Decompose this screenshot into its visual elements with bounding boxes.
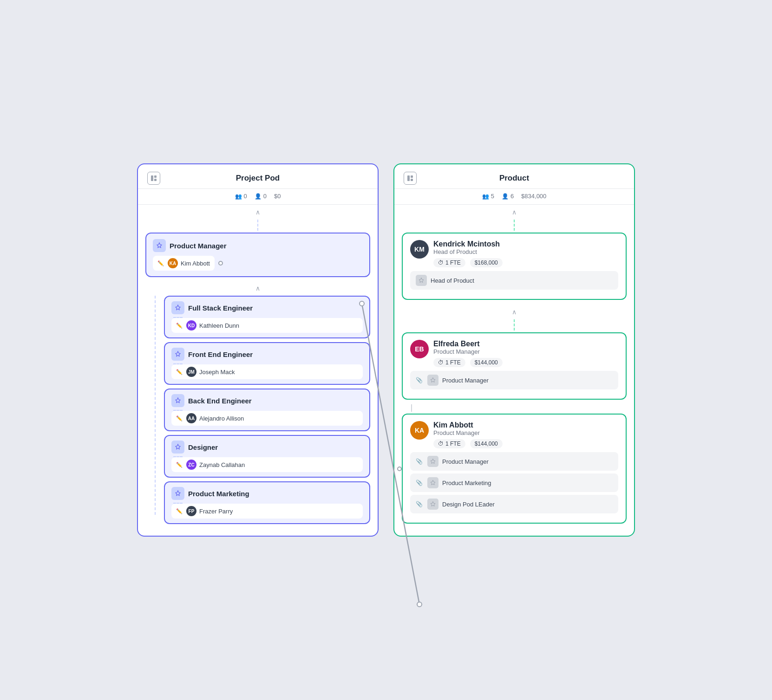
right-stat-people: 👥 5 — [482, 193, 494, 200]
sub-role-card-1[interactable]: Front End Engineer ✏️ JM Joseph Mack — [164, 342, 370, 385]
right-panel-icon[interactable] — [404, 172, 417, 185]
sub-role-title-0: Full Stack Engineer — [188, 304, 253, 312]
right-stat-budget: $834,000 — [521, 193, 546, 200]
sub-role-card-2[interactable]: Back End Engineer ✏️ AA Alejandro Alliso… — [164, 389, 370, 431]
fte-badge-2: ⏱ 1 FTE — [433, 439, 465, 448]
sub-role-person-badge-1[interactable]: ✏️ JM Joseph Mack — [171, 364, 363, 379]
pencil-icon: ✏️ — [157, 260, 164, 266]
left-panel-body: ∧ Product Manager ✏️ — [138, 205, 378, 535]
right-panel: Product 👥 5 👤 6 $834,000 ∧ — [393, 163, 635, 537]
sub-role-card-4[interactable]: Product Marketing ✏️ FP Frazer Parry — [164, 481, 370, 524]
sub-role-person-badge-0[interactable]: ✏️ KD Kathleen Dunn — [171, 318, 363, 333]
people-icon: 👥 — [235, 193, 242, 200]
sub-role-avatar-2: AA — [186, 413, 196, 423]
sub-role-person-3: Zaynab Callahan — [199, 461, 245, 468]
sub-role-title-1: Front End Engineer — [188, 350, 253, 358]
person-name-2: Kim Abbott — [433, 421, 618, 429]
left-panel: Project Pod 👥 0 👤 0 $0 ∧ — [137, 163, 379, 537]
top-role-avatar: KA — [168, 258, 178, 268]
sub-role-title-4: Product Marketing — [188, 490, 249, 498]
person-name-1: Elfreda Beert — [433, 340, 618, 348]
right-collapse-arrow-icon: ∧ — [512, 208, 517, 216]
role-tag-text-1-0: Product Manager — [442, 377, 489, 384]
person-info-1: Elfreda Beert Product Manager ⏱ 1 FTE $1… — [433, 340, 618, 367]
right-roles-icon: 👤 — [502, 193, 509, 200]
role-tag-2-2[interactable]: 📎 Design Pod LEader — [410, 495, 618, 513]
sub-role-person-badge-3[interactable]: ✏️ ZC Zaynab Callahan — [171, 457, 363, 472]
role-tag-icon-1-0 — [427, 375, 438, 386]
svg-rect-5 — [154, 179, 157, 181]
role-tag-0-0[interactable]: Head of Product — [410, 271, 618, 290]
right-panel-title: Product — [417, 174, 612, 183]
sub-role-person-badge-2[interactable]: ✏️ AA Alejandro Allison — [171, 411, 363, 426]
sub-role-card-0[interactable]: Full Stack Engineer ✏️ KD Kathleen Dunn — [164, 296, 370, 338]
top-role-person-name: Kim Abbott — [181, 260, 210, 267]
role-tag-icon-2-2 — [427, 499, 438, 510]
person-info-2: Kim Abbott Product Manager ⏱ 1 FTE $144,… — [433, 421, 618, 448]
sub-role-header-0: Full Stack Engineer — [171, 301, 363, 314]
top-role-card[interactable]: Product Manager ✏️ KA Kim Abbott — [145, 233, 370, 277]
svg-point-2 — [417, 602, 422, 607]
left-collapse-button[interactable]: ∧ — [145, 205, 370, 220]
sub-role-header-2: Back End Engineer — [171, 394, 363, 407]
sub-role-person-2: Alejandro Allison — [199, 415, 244, 422]
sub-role-item-1: Front End Engineer ✏️ JM Joseph Mack — [164, 342, 370, 385]
left-stat-roles: 👤 0 — [255, 193, 267, 200]
role-tag-text-2-0: Product Manager — [442, 458, 489, 465]
person-card-1[interactable]: EB Elfreda Beert Product Manager ⏱ 1 FTE… — [402, 332, 627, 400]
top-role-person-badge[interactable]: ✏️ KA Kim Abbott — [153, 256, 215, 271]
sub-role-h-line-3 — [173, 456, 183, 457]
person-role-sub-2: Product Manager — [433, 429, 618, 436]
svg-rect-3 — [151, 175, 153, 181]
sub-role-header-4: Product Marketing — [171, 487, 363, 500]
clock-icon-2: ⏱ — [438, 441, 444, 447]
person-card-2[interactable]: KA Kim Abbott Product Manager ⏱ 1 FTE $1… — [402, 414, 627, 524]
pencil-icon-3: ✏️ — [176, 462, 183, 468]
right-vertical-connector-mid — [514, 319, 515, 331]
role-tag-2-0[interactable]: 📎 Product Manager — [410, 452, 618, 471]
sub-role-avatar-4: FP — [186, 506, 196, 516]
sub-role-item-0: Full Stack Engineer ✏️ KD Kathleen Dunn — [164, 296, 370, 338]
right-vertical-connector-bottom — [411, 404, 412, 412]
sub-role-item-3: Designer ✏️ ZC Zaynab Callahan — [164, 435, 370, 478]
svg-rect-7 — [411, 175, 413, 178]
clip-icon-2-2: 📎 — [416, 501, 423, 507]
pencil-icon-2: ✏️ — [176, 415, 183, 421]
role-card-icon — [153, 239, 166, 252]
left-panel-icon[interactable] — [147, 172, 160, 185]
person-role-sub-1: Product Manager — [433, 348, 618, 355]
connect-dot — [218, 261, 223, 266]
right-collapse-button[interactable]: ∧ — [402, 205, 627, 220]
pencil-icon-4: ✏️ — [176, 508, 183, 514]
sub-roles-vertical-line — [155, 296, 156, 515]
person-card-header-0: KM Kendrick Mcintosh Head of Product ⏱ 1… — [410, 240, 618, 267]
sub-role-h-line-2 — [173, 410, 183, 411]
person-card-header-1: EB Elfreda Beert Product Manager ⏱ 1 FTE… — [410, 340, 618, 367]
salary-badge-0: $168,000 — [470, 258, 503, 267]
person-card-0[interactable]: KM Kendrick Mcintosh Head of Product ⏱ 1… — [402, 233, 627, 300]
right-sub-collapse-button[interactable]: ∧ — [402, 305, 627, 319]
sub-role-icon-0 — [171, 301, 184, 314]
sub-role-person-badge-4[interactable]: ✏️ FP Frazer Parry — [171, 504, 363, 519]
sub-collapse-button[interactable]: ∧ — [145, 281, 370, 296]
right-panel-body: ∧ KM Kendrick Mcintosh Head of Product ⏱ — [394, 205, 634, 536]
person-name-0: Kendrick Mcintosh — [433, 240, 618, 248]
sub-roles-container: Full Stack Engineer ✏️ KD Kathleen Dunn — [145, 296, 370, 524]
sub-role-icon-3 — [171, 441, 184, 454]
sub-collapse-arrow-icon: ∧ — [255, 285, 260, 292]
right-panel-header: Product — [394, 164, 634, 189]
sub-role-title-3: Designer — [188, 443, 218, 451]
sub-role-icon-2 — [171, 394, 184, 407]
top-role-title: Product Manager — [170, 242, 227, 250]
top-role-person-wrapper: ✏️ KA Kim Abbott — [153, 256, 363, 271]
vertical-connector-top — [257, 220, 258, 231]
panels-container: Project Pod 👥 0 👤 0 $0 ∧ — [137, 163, 635, 537]
person-avatar-2: KA — [410, 421, 429, 440]
sub-role-card-3[interactable]: Designer ✏️ ZC Zaynab Callahan — [164, 435, 370, 478]
sub-role-title-2: Back End Engineer — [188, 397, 252, 405]
role-tag-2-1[interactable]: 📎 Product Marketing — [410, 473, 618, 492]
sub-role-person-1: Joseph Mack — [199, 369, 235, 376]
clip-icon-1-0: 📎 — [416, 377, 423, 383]
sub-role-header-1: Front End Engineer — [171, 348, 363, 361]
role-tag-1-0[interactable]: 📎 Product Manager — [410, 371, 618, 389]
